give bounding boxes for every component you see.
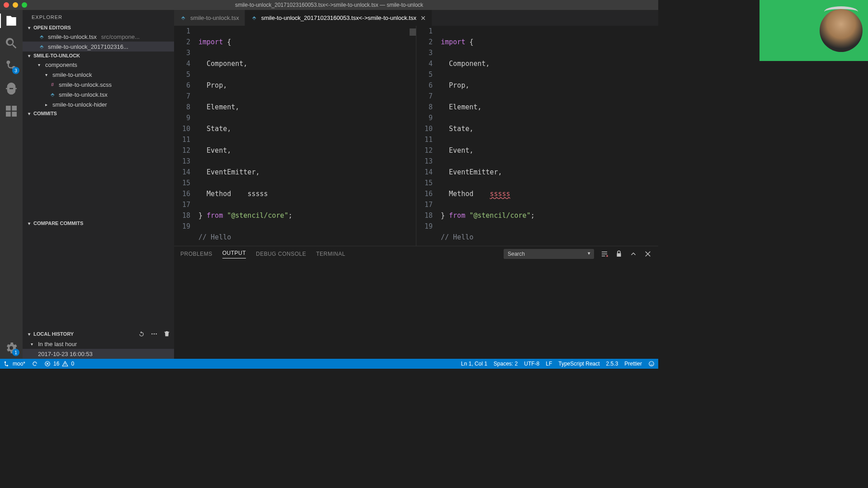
minimap-thumb[interactable] — [410, 28, 416, 36]
cursor-position[interactable]: Ln 1, Col 1 — [461, 361, 487, 367]
problems-status[interactable]: 16 0 — [44, 361, 74, 367]
tsx-file-icon: ⬘ — [38, 43, 45, 50]
lock-scroll-icon[interactable] — [615, 250, 623, 258]
project-tree: ▾ components ▾ smile-to-unlock # smile-t… — [23, 60, 174, 109]
folder-hider[interactable]: ▸ smile-to-unlock-hider — [23, 99, 174, 109]
tab-debug-console[interactable]: DEBUG CONSOLE — [256, 251, 306, 257]
activity-bar: 3 1 — [0, 10, 23, 359]
git-branch-icon — [4, 361, 10, 367]
compare-commits-header[interactable]: ▾ COMPARE COMMITS — [23, 219, 174, 227]
tab-problems[interactable]: PROBLEMS — [180, 251, 212, 257]
indentation-status[interactable]: Spaces: 2 — [494, 361, 518, 367]
tab-output[interactable]: OUTPUT — [222, 250, 246, 258]
file-label: smile-to-unlock_2017102316... — [48, 43, 128, 50]
eol-status[interactable]: LF — [546, 361, 552, 367]
file-scss[interactable]: # smile-to-unlock.scss — [23, 80, 174, 89]
svg-point-2 — [156, 333, 157, 335]
output-body[interactable] — [174, 262, 658, 359]
bottom-panel: PROBLEMS OUTPUT DEBUG CONSOLE TERMINAL S… — [174, 246, 658, 359]
history-group-label: In the last hour — [38, 341, 77, 347]
close-window-button[interactable] — [4, 2, 9, 8]
language-status[interactable]: TypeScript React — [558, 361, 599, 367]
folder-label: components — [45, 61, 77, 68]
refresh-icon[interactable] — [138, 330, 145, 338]
local-history-header[interactable]: ▾ LOCAL HISTORY — [23, 329, 174, 339]
scm-badge: 3 — [12, 67, 19, 74]
debug-icon[interactable] — [4, 81, 19, 96]
file-hint: src/compone... — [101, 33, 140, 40]
open-editor-item[interactable]: ⬘ smile-to-unlock.tsx src/compone... — [23, 32, 174, 42]
explorer-icon[interactable] — [4, 14, 19, 28]
typescript-version[interactable]: 2.5.3 — [606, 361, 618, 367]
settings-icon[interactable]: 1 — [4, 341, 19, 355]
error-count: 16 — [53, 361, 59, 367]
window-controls — [4, 2, 27, 8]
line-gutter: 12345678910111213141516171819 — [416, 26, 439, 246]
chevron-down-icon: ▾ — [31, 342, 35, 347]
project-label: SMILE-TO-UNLOCK — [33, 53, 80, 58]
smiley-icon — [648, 361, 655, 367]
history-group[interactable]: ▾ In the last hour — [23, 339, 174, 349]
diff-right-pane[interactable]: 12345678910111213141516171819 import { C… — [416, 26, 658, 246]
expand-panel-icon[interactable] — [629, 250, 637, 258]
commits-header[interactable]: ▾ COMMITS — [23, 109, 174, 117]
history-entry[interactable]: 2017-10-23 16:00:53 — [23, 349, 174, 359]
sync-icon — [32, 361, 38, 367]
sync-status[interactable] — [32, 361, 38, 367]
chevron-down-icon: ▾ — [45, 72, 50, 77]
sidebar-title: EXPLORER — [23, 10, 174, 23]
chevron-right-icon: ▸ — [45, 102, 50, 107]
chevron-down-icon: ▾ — [26, 53, 32, 58]
warning-count: 0 — [71, 361, 74, 367]
trash-icon[interactable] — [163, 330, 170, 338]
clear-output-icon[interactable] — [600, 250, 609, 258]
file-tsx[interactable]: ⬘ smile-to-unlock.tsx — [23, 89, 174, 99]
chevron-down-icon: ▾ — [38, 62, 42, 67]
source-control-icon[interactable]: 3 — [4, 59, 19, 73]
tab-label: smile-to-unlock.tsx — [190, 14, 239, 21]
project-header[interactable]: ▾ SMILE-TO-UNLOCK — [23, 52, 174, 60]
tsx-file-icon: ⬘ — [179, 14, 187, 22]
output-channel-select[interactable]: Search — [504, 249, 594, 259]
code-right[interactable]: import { Component, Prop, Element, State… — [439, 26, 658, 246]
more-icon[interactable] — [151, 330, 158, 338]
tab-left[interactable]: ⬘ smile-to-unlock.tsx — [174, 10, 245, 26]
scss-file-icon: # — [49, 81, 56, 88]
branch-status[interactable]: moo* — [4, 361, 25, 367]
encoding-status[interactable]: UTF-8 — [524, 361, 539, 367]
close-panel-icon[interactable] — [644, 250, 652, 258]
zoom-window-button[interactable] — [22, 2, 27, 8]
history-entry-label: 2017-10-23 16:00:53 — [38, 351, 93, 357]
folder-components[interactable]: ▾ components — [23, 60, 174, 70]
editor-area: ⬘ smile-to-unlock.tsx ⬘ smile-to-unlock_… — [174, 10, 658, 359]
titlebar: smile-to-unlock_20171023160053.tsx<->smi… — [0, 0, 658, 10]
warning-icon — [62, 361, 68, 367]
prettier-status[interactable]: Prettier — [624, 361, 642, 367]
sidebar: EXPLORER ▾ OPEN EDITORS ⬘ smile-to-unloc… — [23, 10, 174, 359]
extensions-icon[interactable] — [4, 104, 19, 118]
close-tab-icon[interactable] — [420, 15, 426, 21]
folder-smile-to-unlock[interactable]: ▾ smile-to-unlock — [23, 70, 174, 80]
panel-tabs: PROBLEMS OUTPUT DEBUG CONSOLE TERMINAL S… — [174, 246, 658, 262]
chevron-down-icon: ▾ — [26, 221, 32, 226]
code-left[interactable]: import { Component, Prop, Element, State… — [197, 26, 416, 246]
svg-point-0 — [151, 333, 153, 335]
open-editors-header[interactable]: ▾ OPEN EDITORS — [23, 23, 174, 32]
compare-body — [23, 227, 174, 329]
svg-point-6 — [652, 363, 652, 363]
svg-point-4 — [649, 361, 654, 366]
file-label: smile-to-unlock.tsx — [48, 33, 97, 40]
tab-label: smile-to-unlock_20171023160053.tsx<->smi… — [261, 14, 416, 21]
local-history-label: LOCAL HISTORY — [33, 331, 74, 337]
editor-tabs: ⬘ smile-to-unlock.tsx ⬘ smile-to-unlock_… — [174, 10, 658, 26]
search-icon[interactable] — [4, 36, 19, 51]
chevron-down-icon: ▾ — [26, 111, 32, 116]
feedback-icon[interactable] — [648, 361, 655, 367]
open-editor-item[interactable]: ⬘ smile-to-unlock_2017102316... — [23, 42, 174, 52]
folder-label: smile-to-unlock — [52, 71, 92, 78]
tab-diff[interactable]: ⬘ smile-to-unlock_20171023160053.tsx<->s… — [245, 10, 432, 26]
diff-left-pane[interactable]: 12345678910111213141516171819 import { C… — [174, 26, 416, 246]
tab-terminal[interactable]: TERMINAL — [316, 251, 345, 257]
diff-editor[interactable]: 12345678910111213141516171819 import { C… — [174, 26, 658, 246]
minimize-window-button[interactable] — [13, 2, 18, 8]
